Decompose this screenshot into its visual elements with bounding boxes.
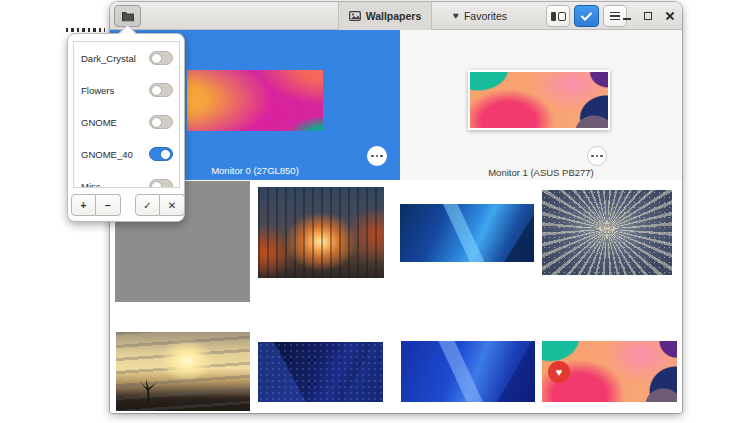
tree-silhouette bbox=[138, 379, 158, 403]
tab-wallpapers-label: Wallpapers bbox=[366, 10, 422, 22]
popover-actions: + − ✓ ✕ bbox=[68, 194, 186, 216]
apply-wallpapers-button[interactable] bbox=[574, 5, 599, 27]
folder-name: Misc bbox=[81, 181, 101, 189]
cancel-button[interactable]: ✕ bbox=[160, 194, 185, 216]
thumbnail-aerial-forest[interactable] bbox=[542, 190, 672, 275]
thumbnail-gnome40-abstract[interactable]: ♥ bbox=[542, 341, 677, 402]
folders-list: Dark_Crystal Flowers GNOME GNOME_40 Misc bbox=[73, 41, 180, 188]
thumbnail-royal-blue-geometric[interactable] bbox=[401, 341, 535, 402]
dot bbox=[600, 155, 602, 157]
dual-monitor-icon bbox=[551, 12, 566, 21]
add-remove-group: + − bbox=[71, 194, 121, 216]
confirm-button[interactable]: ✓ bbox=[135, 194, 160, 216]
favorite-badge: ♥ bbox=[548, 361, 570, 383]
toggle-knob bbox=[151, 117, 162, 128]
tab-favorites[interactable]: ♥ Favorites bbox=[432, 2, 528, 30]
folder-name: GNOME_40 bbox=[81, 149, 133, 160]
remove-folder-button[interactable]: − bbox=[96, 194, 121, 216]
monitor-1-wallpaper-preview bbox=[468, 70, 610, 130]
add-folder-button[interactable]: + bbox=[71, 194, 96, 216]
folder-open-icon bbox=[121, 10, 135, 22]
app-window: Wallpapers ♥ Favorites bbox=[110, 2, 682, 413]
toggle-knob bbox=[151, 53, 162, 64]
hamburger-menu-icon bbox=[610, 12, 620, 21]
span-monitors-button[interactable] bbox=[546, 5, 570, 27]
screenshot-stage: Wallpapers ♥ Favorites bbox=[0, 0, 752, 423]
check-icon bbox=[581, 12, 592, 21]
thumbnail-autumn-forest[interactable] bbox=[258, 187, 384, 278]
minimize-icon bbox=[623, 18, 631, 20]
folder-name: Flowers bbox=[81, 85, 114, 96]
image-icon bbox=[349, 11, 361, 21]
wallpaper-gallery: ♥ bbox=[110, 180, 682, 413]
heart-icon: ♥ bbox=[453, 11, 459, 21]
thumbnail-sunset-tree[interactable] bbox=[116, 332, 250, 411]
folder-row-dark-crystal[interactable]: Dark_Crystal bbox=[74, 42, 179, 74]
monitor-1-label: Monitor 1 (ASUS PB277) bbox=[400, 167, 682, 178]
monitor-0-wallpaper-preview bbox=[187, 70, 323, 131]
folder-name: Dark_Crystal bbox=[81, 53, 136, 64]
dot bbox=[380, 155, 382, 157]
folder-row-flowers[interactable]: Flowers bbox=[74, 74, 179, 106]
thumbnail-blue-geometric[interactable] bbox=[400, 204, 534, 262]
monitors-section: Monitor 0 (27GL850) Monitor 1 (ASUS PB27… bbox=[110, 30, 682, 180]
toggle-knob bbox=[151, 85, 162, 96]
folder-toggle[interactable] bbox=[149, 179, 173, 188]
dot bbox=[591, 155, 593, 157]
confirm-cancel-group: ✓ ✕ bbox=[135, 194, 185, 216]
maximize-icon bbox=[644, 12, 652, 20]
folder-toggle[interactable] bbox=[149, 115, 173, 129]
folders-popover: Dark_Crystal Flowers GNOME GNOME_40 Misc bbox=[67, 33, 185, 222]
folder-row-gnome[interactable]: GNOME bbox=[74, 106, 179, 138]
toggle-knob bbox=[151, 181, 162, 189]
tab-favorites-label: Favorites bbox=[464, 10, 507, 22]
toggle-knob bbox=[160, 149, 171, 160]
monitor-1-options-button[interactable] bbox=[587, 146, 607, 166]
folder-toggle[interactable] bbox=[149, 147, 173, 161]
close-button[interactable] bbox=[664, 10, 676, 22]
headerbar: Wallpapers ♥ Favorites bbox=[110, 2, 682, 30]
folder-toggle[interactable] bbox=[149, 51, 173, 65]
folder-row-misc[interactable]: Misc bbox=[74, 170, 179, 188]
folder-row-gnome40[interactable]: GNOME_40 bbox=[74, 138, 179, 170]
monitor-0-options-button[interactable] bbox=[367, 146, 387, 166]
heart-icon: ♥ bbox=[556, 367, 563, 378]
dot bbox=[596, 155, 598, 157]
clipped-list-text-artifact bbox=[66, 28, 105, 32]
minimize-button[interactable] bbox=[621, 10, 633, 22]
tab-wallpapers[interactable]: Wallpapers bbox=[338, 2, 432, 30]
thumbnail-dark-navy-geometric[interactable] bbox=[258, 342, 383, 402]
maximize-button[interactable] bbox=[642, 10, 654, 22]
dot bbox=[371, 155, 373, 157]
folder-name: GNOME bbox=[81, 117, 117, 128]
monitor-1-pane[interactable]: Monitor 1 (ASUS PB277) bbox=[400, 30, 682, 180]
dot bbox=[376, 155, 378, 157]
folder-toggle[interactable] bbox=[149, 83, 173, 97]
